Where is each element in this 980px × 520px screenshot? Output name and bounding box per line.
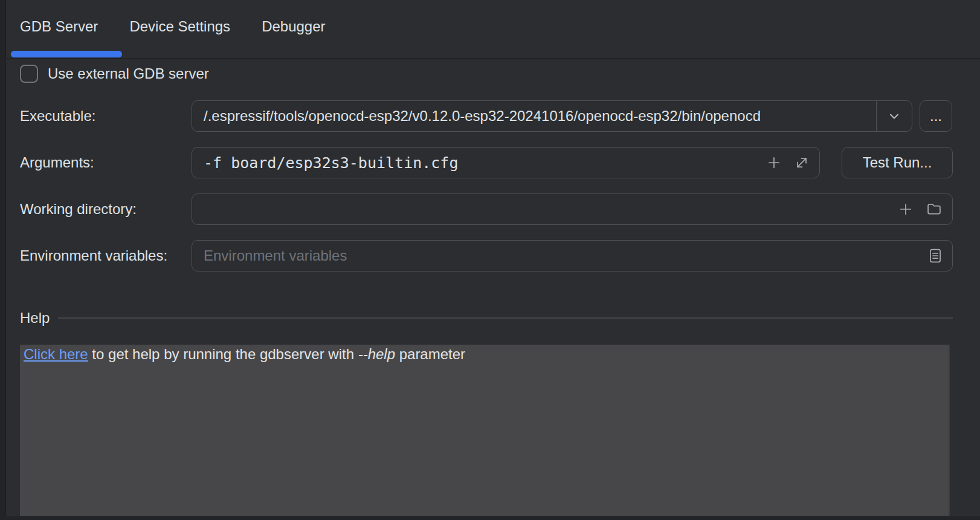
test-run-button[interactable]: Test Run... <box>842 147 953 178</box>
working-directory-label: Working directory: <box>20 193 137 225</box>
arguments-row: Arguments: Test Run... <box>0 147 980 178</box>
help-text-middle: to get help by running the gdbserver wit… <box>88 346 358 362</box>
browse-executable-button[interactable]: ... <box>920 100 952 132</box>
tab-gdb-server[interactable]: GDB Server <box>20 18 98 39</box>
expand-icon[interactable] <box>794 155 810 171</box>
plus-icon[interactable] <box>898 201 914 217</box>
tab-debugger[interactable]: Debugger <box>262 18 325 39</box>
working-directory-field-wrap <box>192 193 953 225</box>
use-external-gdb-server-checkbox[interactable] <box>20 65 38 83</box>
gdb-server-settings-panel: GDB Server Device Settings Debugger Use … <box>0 0 980 520</box>
folder-icon[interactable] <box>926 201 943 218</box>
tab-device-settings[interactable]: Device Settings <box>129 18 230 39</box>
help-output-panel: Click here to get help by running the gd… <box>20 345 950 516</box>
chevron-down-icon[interactable] <box>876 101 912 131</box>
use-external-gdb-server-row: Use external GDB server <box>20 65 209 83</box>
help-group-title: Help <box>20 310 50 327</box>
executable-row: Executable: /.espressif/tools/openocd-es… <box>0 100 980 132</box>
arguments-input[interactable] <box>192 148 766 178</box>
environment-variables-field-wrap <box>192 240 953 271</box>
arguments-field-wrap <box>192 147 820 178</box>
working-directory-row: Working directory: <box>0 193 980 225</box>
help-text-end: parameter <box>395 346 465 362</box>
working-directory-input[interactable] <box>192 194 898 224</box>
executable-value[interactable]: /.espressif/tools/openocd-esp32/v0.12.0-… <box>192 108 876 125</box>
list-browse-icon[interactable] <box>927 247 944 265</box>
help-group-header: Help <box>20 310 953 327</box>
arguments-label: Arguments: <box>20 147 94 178</box>
use-external-gdb-server-label[interactable]: Use external GDB server <box>48 65 209 82</box>
environment-variables-row: Environment variables: <box>0 240 980 271</box>
window-bottom-edge <box>0 516 980 520</box>
environment-variables-input[interactable] <box>192 241 927 271</box>
help-group-separator <box>58 317 953 319</box>
executable-label: Executable: <box>20 100 95 132</box>
tabbar-separator <box>0 58 980 59</box>
environment-variables-label: Environment variables: <box>20 240 167 271</box>
active-tab-indicator <box>11 51 122 57</box>
executable-combobox[interactable]: /.espressif/tools/openocd-esp32/v0.12.0-… <box>192 100 912 132</box>
settings-tabbar: GDB Server Device Settings Debugger <box>20 18 326 39</box>
plus-icon[interactable] <box>766 155 782 171</box>
help-flag-text: --help <box>358 346 395 362</box>
help-click-here-link[interactable]: Click here <box>24 346 88 362</box>
